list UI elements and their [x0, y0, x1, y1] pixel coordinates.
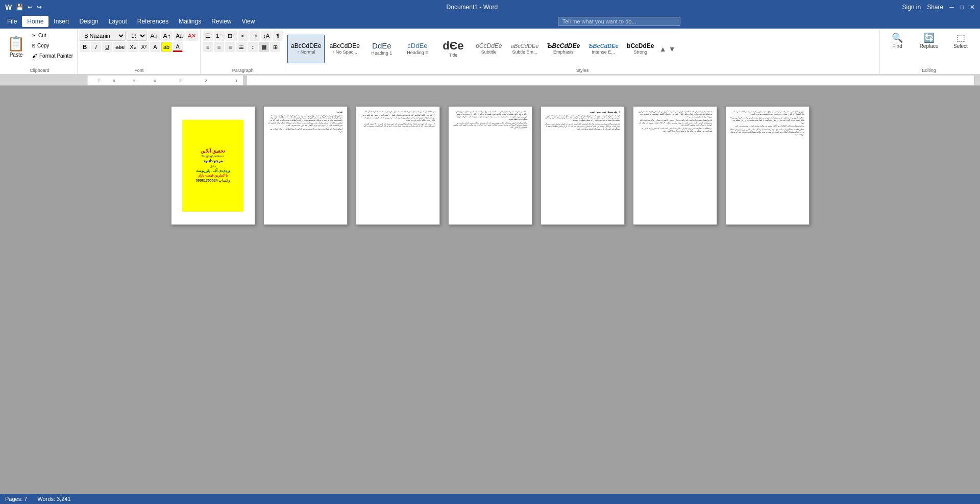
bullets-button[interactable]: ☰: [203, 31, 213, 41]
copy-button[interactable]: ⎘ Copy: [30, 41, 75, 51]
paste-button[interactable]: 📋 Paste: [4, 31, 28, 62]
text-effect-button[interactable]: A: [150, 42, 160, 52]
menu-mailings[interactable]: Mailings: [174, 16, 206, 27]
bold-button[interactable]: B: [80, 42, 90, 52]
page-2-content: قند خون به طور طبیعی برخی از افراد دیابت…: [264, 107, 347, 137]
search-input[interactable]: [558, 17, 680, 26]
menu-review[interactable]: Review: [206, 16, 236, 27]
italic-button[interactable]: I: [91, 42, 101, 52]
svg-text:4: 4: [154, 79, 156, 83]
cut-button[interactable]: ✂ Cut: [30, 31, 75, 40]
styles-group: aBcCdDEe ↑ Normal aBcCdDEe ↑ No Spac... …: [285, 30, 880, 74]
decrease-indent-button[interactable]: ⇤: [238, 31, 249, 41]
decrease-font-button[interactable]: A↓: [148, 31, 160, 41]
numbering-button[interactable]: 1≡: [214, 31, 225, 41]
menu-insert[interactable]: Insert: [48, 16, 74, 27]
style-heading2-text: cDdEe: [407, 42, 427, 50]
svg-text:3: 3: [179, 79, 182, 83]
superscript-button[interactable]: X²: [139, 42, 149, 52]
increase-indent-button[interactable]: ⇥: [250, 31, 260, 41]
style-subtle-em[interactable]: aBcCdDEe Subtle Em...: [507, 35, 542, 63]
style-intense-em-text: ЪBcCdDEe: [588, 43, 619, 49]
style-subtitle-text: oCcDdEe: [476, 42, 502, 49]
svg-text:7: 7: [97, 79, 100, 83]
strikethrough-button[interactable]: abc: [113, 42, 127, 52]
paste-icon: 📋: [7, 35, 25, 52]
style-no-spacing-label: ↑ No Spac...: [332, 49, 357, 55]
align-left-button[interactable]: ≡: [203, 42, 213, 52]
line-spacing-button[interactable]: ↕: [248, 42, 258, 52]
sign-in-button[interactable]: Sign in: [902, 4, 921, 11]
style-heading1[interactable]: DdEe Heading 1: [364, 35, 399, 63]
change-case-button[interactable]: Aa: [174, 31, 184, 41]
page-7-content: مورد را بالای قلبی بند در قسم کرده لینک …: [726, 107, 809, 140]
menu-view[interactable]: View: [237, 16, 260, 27]
style-subtle-em-text: aBcCdDEe: [511, 43, 538, 49]
style-normal-label: ↑ Normal: [297, 49, 315, 55]
menu-design[interactable]: Design: [74, 16, 103, 27]
borders-button[interactable]: ⊞: [270, 42, 280, 52]
style-subtitle-label: Subtitle: [481, 49, 497, 55]
style-intense-em-label: Intense E...: [592, 49, 615, 55]
close-button[interactable]: ✕: [970, 4, 975, 11]
align-center-button[interactable]: ≡: [214, 42, 224, 52]
align-right-button[interactable]: ≡: [225, 42, 235, 52]
page-4: مطالب و نظرات دکتر قند خون افراد مبتلا ب…: [448, 106, 532, 225]
maximize-button[interactable]: □: [960, 4, 964, 11]
select-button[interactable]: ⬚ Select: [945, 31, 976, 51]
style-subtitle[interactable]: oCcDdEe Subtitle: [472, 35, 506, 63]
search-bar: [260, 17, 978, 26]
svg-text:2: 2: [205, 79, 207, 83]
styles-scroll-down[interactable]: ▼: [668, 35, 676, 63]
replace-button[interactable]: 🔄 Replace: [914, 31, 944, 51]
justify-button[interactable]: ☰: [236, 42, 247, 52]
style-intense-em[interactable]: ЪBcCdDEe Intense E...: [584, 35, 622, 63]
paragraph-group: ☰ 1≡ ⊞≡ ⇤ ⇥ ↕A ¶ ≡ ≡ ≡ ☰ ↕ ▩ ⊞ Paragraph: [201, 30, 285, 74]
menu-home[interactable]: Home: [22, 16, 48, 27]
font-group: B Nazanin 16 A↓ A↑ Aa A✕ B I U abc X₂ X²…: [78, 30, 201, 74]
text-highlight-button[interactable]: ab: [161, 42, 172, 52]
quick-access-save[interactable]: 💾: [16, 4, 23, 11]
style-title[interactable]: dЄe Title: [436, 35, 471, 63]
sort-button[interactable]: ↕A: [261, 31, 272, 41]
subscript-button[interactable]: X₂: [128, 42, 138, 52]
style-normal[interactable]: aBcCdDEe ↑ Normal: [287, 35, 325, 63]
style-heading2[interactable]: cDdEe Heading 2: [400, 35, 435, 63]
style-strong[interactable]: bCcDdEe Strong: [623, 35, 658, 63]
underline-button[interactable]: U: [102, 42, 112, 52]
font-size-select[interactable]: 16: [127, 31, 147, 41]
font-name-select[interactable]: B Nazanin: [80, 31, 126, 41]
page-3: در مطالعه‌ای که این چند سال پیش انجام شد…: [356, 106, 440, 225]
quick-access-redo[interactable]: ↪: [37, 4, 42, 11]
menu-layout[interactable]: Layout: [104, 16, 132, 27]
page-5: ۳ - نظم معمولی قیمت تسهیل قیمت: از جمله …: [541, 106, 625, 225]
ruler-area: 7 6 5 4 3 2 1: [0, 74, 980, 86]
share-button[interactable]: Share: [927, 4, 943, 11]
replace-icon: 🔄: [923, 32, 935, 43]
title-bar-right: Sign in Share ─ □ ✕: [902, 4, 975, 11]
show-hide-button[interactable]: ¶: [273, 31, 283, 41]
title-bar-left: W 💾 ↩ ↪: [5, 3, 42, 11]
document-area[interactable]: تحقیق آنلاین Tahghighonline.ir مرجع دانل…: [0, 86, 980, 494]
style-title-label: Title: [449, 53, 458, 58]
ad-line1: مرجع دانلود: [203, 159, 223, 163]
styles-scroll-up[interactable]: ▲: [659, 35, 667, 63]
multilevel-button[interactable]: ⊞≡: [226, 31, 237, 41]
quick-access-undo[interactable]: ↩: [28, 4, 33, 11]
ruler[interactable]: 7 6 5 4 3 2 1: [87, 75, 975, 85]
page-5-content: ۳ - نظم معمولی قیمت تسهیل قیمت: از جمله …: [541, 107, 624, 135]
clear-formatting-button[interactable]: A✕: [186, 31, 198, 41]
style-strong-label: Strong: [633, 49, 647, 55]
find-button[interactable]: 🔍 Find: [882, 31, 913, 51]
minimize-button[interactable]: ─: [949, 4, 954, 11]
style-no-spacing[interactable]: aBcCdDEe ↑ No Spac...: [326, 35, 363, 63]
menu-file[interactable]: File: [2, 16, 22, 27]
style-emphasis[interactable]: ЪBcCdDEe Emphasis: [543, 35, 583, 63]
font-group-label: Font: [78, 68, 200, 73]
shading-button[interactable]: ▩: [259, 42, 269, 52]
font-color-button[interactable]: A: [173, 42, 183, 52]
format-painter-button[interactable]: 🖌 Format Painter: [30, 51, 75, 61]
menu-references[interactable]: References: [132, 16, 174, 27]
increase-font-button[interactable]: A↑: [161, 31, 173, 41]
page-3-content: در مطالعه‌ای که این چند سال پیش انجام شد…: [356, 107, 439, 132]
